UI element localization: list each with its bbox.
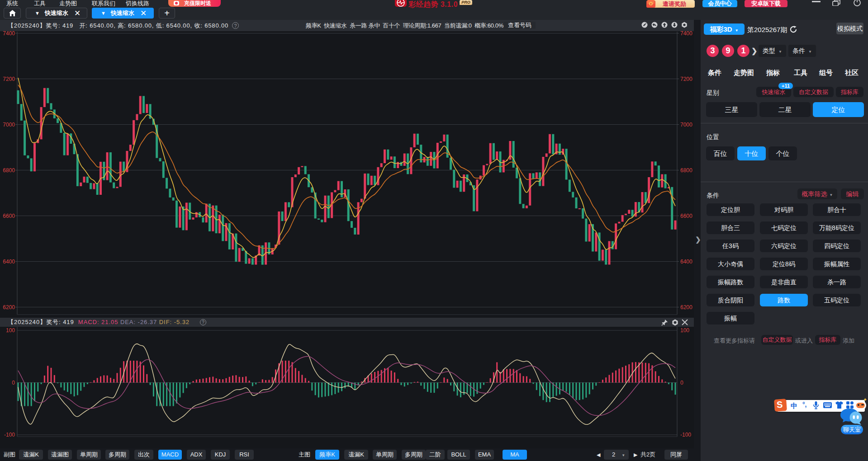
svg-text:7400: 7400 xyxy=(680,30,693,37)
svg-text:6800: 6800 xyxy=(3,167,15,174)
svg-text:6400: 6400 xyxy=(3,259,15,265)
svg-text:¥: ¥ xyxy=(650,2,652,6)
svg-text:7200: 7200 xyxy=(680,76,693,82)
svg-text:100: 100 xyxy=(680,327,689,334)
svg-text:0: 0 xyxy=(12,380,15,386)
svg-text:0: 0 xyxy=(680,380,683,386)
svg-text:7000: 7000 xyxy=(3,122,15,128)
svg-text:6200: 6200 xyxy=(3,304,15,310)
svg-text:6400: 6400 xyxy=(680,259,693,265)
svg-text:6800: 6800 xyxy=(680,167,693,174)
svg-text:-100: -100 xyxy=(4,432,15,438)
svg-text:7400: 7400 xyxy=(3,30,15,37)
svg-text:6200: 6200 xyxy=(680,304,693,310)
svg-text:6600: 6600 xyxy=(3,213,15,219)
svg-text:7200: 7200 xyxy=(3,76,15,82)
svg-text:-100: -100 xyxy=(680,432,691,438)
svg-text:6600: 6600 xyxy=(680,213,693,219)
svg-text:7000: 7000 xyxy=(680,122,693,128)
svg-text:100: 100 xyxy=(6,327,15,334)
